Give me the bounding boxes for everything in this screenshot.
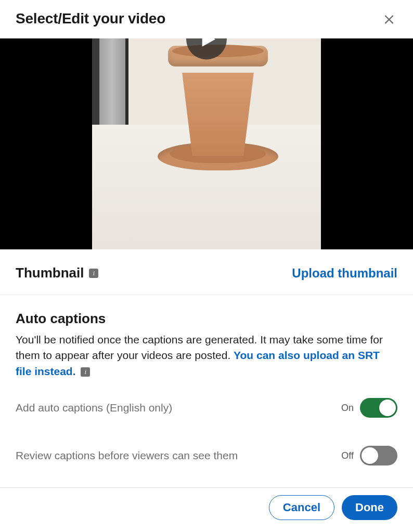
thumbnail-label-group: Thumbnail i <box>16 265 98 281</box>
add-auto-captions-toggle[interactable] <box>360 398 397 418</box>
thumbnail-heading: Thumbnail <box>16 265 84 281</box>
add-auto-captions-state: On <box>341 403 354 414</box>
upload-thumbnail-link[interactable]: Upload thumbnail <box>292 266 397 281</box>
video-thumbnail-frame[interactable] <box>92 38 321 249</box>
add-auto-captions-row: Add auto captions (English only) On <box>16 398 397 418</box>
thumbnail-illustration <box>161 43 275 178</box>
add-auto-captions-label: Add auto captions (English only) <box>16 402 172 414</box>
dialog-header: Select/Edit your video <box>0 0 413 38</box>
close-button[interactable] <box>381 10 397 27</box>
play-icon <box>199 38 217 48</box>
info-icon[interactable]: i <box>81 367 90 377</box>
review-captions-state: Off <box>341 450 354 461</box>
thumbnail-section: Thumbnail i Upload thumbnail <box>0 249 413 295</box>
auto-captions-description: You'll be notified once the captions are… <box>16 332 397 379</box>
video-edit-dialog: Select/Edit your video Thumbnail i <box>0 0 413 532</box>
video-preview-area <box>0 38 413 249</box>
close-icon <box>382 12 396 25</box>
review-captions-label: Review captions before viewers can see t… <box>16 449 238 462</box>
cancel-button[interactable]: Cancel <box>269 495 334 520</box>
auto-captions-heading: Auto captions <box>16 311 397 327</box>
done-button[interactable]: Done <box>342 495 397 520</box>
auto-captions-section: Auto captions You'll be notified once th… <box>0 295 413 488</box>
dialog-footer: Cancel Done <box>0 488 413 520</box>
info-icon[interactable]: i <box>89 269 98 278</box>
dialog-title: Select/Edit your video <box>16 10 165 27</box>
review-captions-toggle[interactable] <box>360 446 397 466</box>
review-captions-row: Review captions before viewers can see t… <box>16 446 397 466</box>
